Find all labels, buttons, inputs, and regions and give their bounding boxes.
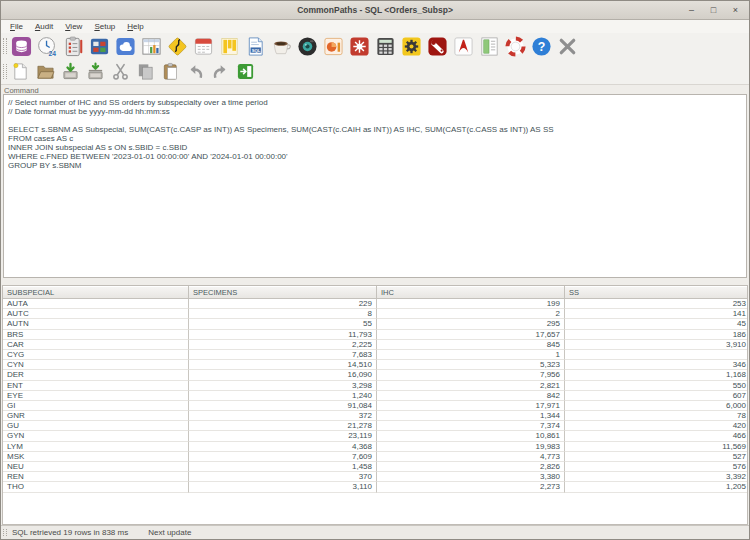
sql-line: WHERE c.FNED BETWEEN '2023-01-01 00:00:0… [8, 152, 742, 161]
wrench-icon[interactable] [426, 35, 448, 57]
cell-subspecial: MSK [3, 452, 189, 462]
cell-value: 607 [565, 391, 748, 401]
toolbar-grip[interactable] [3, 64, 7, 79]
cell-value: 527 [565, 452, 748, 462]
redo-icon[interactable] [210, 61, 231, 82]
cell-subspecial: DER [3, 370, 189, 380]
coffee-icon[interactable] [270, 35, 292, 57]
menu-audit[interactable]: Audit [29, 21, 59, 32]
cut-icon[interactable] [110, 61, 131, 82]
chart-icon[interactable] [322, 35, 344, 57]
cell-value: 17,971 [377, 401, 565, 411]
statusbar: SQL retrieved 19 rows in 838 ms Next upd… [1, 525, 749, 539]
lifebuoy-icon[interactable] [504, 35, 526, 57]
table-row[interactable]: ENT3,2982,821550 [3, 381, 747, 391]
new-document-icon[interactable] [10, 61, 31, 82]
paste-icon[interactable] [160, 61, 181, 82]
window-controls: – □ × [685, 1, 742, 19]
table-row[interactable]: AUTA229199253 [3, 299, 747, 309]
road-sign-icon[interactable] [166, 35, 188, 57]
close-button[interactable]: × [729, 1, 742, 20]
pdf-icon[interactable] [452, 35, 474, 57]
table-row[interactable]: CAR2,2258453,910 [3, 340, 747, 350]
calendar-icon[interactable] [192, 35, 214, 57]
column-header-specimens[interactable]: SPECIMENS [189, 286, 377, 299]
undo-icon[interactable] [185, 61, 206, 82]
svg-text:SQL: SQL [251, 47, 260, 52]
table-row[interactable]: NEU1,4582,826576 [3, 462, 747, 472]
cell-value: 21,278 [189, 421, 377, 431]
table-row[interactable]: CYN14,5105,323346 [3, 360, 747, 370]
modules-icon[interactable] [88, 35, 110, 57]
bug-icon[interactable] [348, 35, 370, 57]
table-row[interactable]: BRS11,79317,657186 [3, 330, 747, 340]
cell-value: 141 [565, 309, 748, 319]
database-icon[interactable] [10, 35, 32, 57]
gear-icon[interactable] [400, 35, 422, 57]
table-row[interactable]: MSK7,6094,773527 [3, 452, 747, 462]
menu-setup[interactable]: Setup [88, 21, 121, 32]
cell-value: 2,225 [189, 340, 377, 350]
table-row[interactable]: LYM4,36819,98311,569 [3, 442, 747, 452]
cell-subspecial: THO [3, 482, 189, 492]
menu-view[interactable]: View [59, 21, 88, 32]
cell-value: 3,380 [377, 472, 565, 482]
table-chart-icon[interactable] [140, 35, 162, 57]
cell-value: 845 [377, 340, 565, 350]
cell-subspecial: NEU [3, 462, 189, 472]
camera-icon[interactable] [296, 35, 318, 57]
cell-value: 370 [189, 472, 377, 482]
table-row[interactable]: GI91,08417,9716,000 [3, 401, 747, 411]
table-row[interactable]: GYN23,11910,861466 [3, 431, 747, 441]
svg-text:?: ? [537, 40, 545, 54]
cell-value: 17,657 [377, 330, 565, 340]
cell-value: 576 [565, 462, 748, 472]
cell-value: 1 [377, 350, 565, 360]
report-icon[interactable] [478, 35, 500, 57]
exit-icon[interactable] [235, 61, 256, 82]
cell-value: 420 [565, 421, 748, 431]
results-grid: SUBSPECIALSPECIMENSIHCSS AUTA229199253AU… [2, 285, 748, 525]
column-header-subspecial[interactable]: SUBSPECIAL [3, 286, 189, 299]
table-row[interactable]: CYG7,6831 [3, 350, 747, 360]
cell-subspecial: CYG [3, 350, 189, 360]
table-row[interactable]: DER16,0907,9561,168 [3, 370, 747, 380]
command-editor[interactable]: // Select number of IHC and SS orders by… [3, 94, 747, 278]
sql-file-icon[interactable]: SQL [244, 35, 266, 57]
cell-subspecial: LYM [3, 442, 189, 452]
cloud-icon[interactable] [114, 35, 136, 57]
calculator-icon[interactable] [374, 35, 396, 57]
cell-value: 8 [189, 309, 377, 319]
copy-icon[interactable] [135, 61, 156, 82]
clock-24-icon[interactable]: 24 [36, 35, 58, 57]
table-row[interactable]: AUTN5529545 [3, 319, 747, 329]
table-row[interactable]: REN3703,3803,392 [3, 472, 747, 482]
column-header-ihc[interactable]: IHC [377, 286, 565, 299]
cell-value: 3,110 [189, 482, 377, 492]
menu-help[interactable]: Help [121, 21, 149, 32]
menu-file[interactable]: File [4, 21, 29, 32]
save-as-icon[interactable] [85, 61, 106, 82]
cell-subspecial: CYN [3, 360, 189, 370]
checklist-icon[interactable] [62, 35, 84, 57]
cell-value: 229 [189, 299, 377, 309]
help-icon[interactable]: ? [530, 35, 552, 57]
cell-value: 6,000 [565, 401, 748, 411]
table-row[interactable]: AUTC82141 [3, 309, 747, 319]
toolbar-grip[interactable] [3, 38, 7, 54]
column-header-ss[interactable]: SS [565, 286, 748, 299]
minimize-button[interactable]: – [685, 1, 698, 20]
kanban-icon[interactable] [218, 35, 240, 57]
table-row[interactable]: EYE1,240842607 [3, 391, 747, 401]
cell-value: 11,793 [189, 330, 377, 340]
close-icon[interactable] [556, 35, 578, 57]
titlebar[interactable]: CommonPaths - SQL <Orders_Subsp> – □ × [1, 1, 749, 20]
sql-line [8, 116, 742, 125]
table-row[interactable]: THO3,1102,2731,205 [3, 482, 747, 492]
maximize-button[interactable]: □ [707, 1, 720, 20]
save-icon[interactable] [60, 61, 81, 82]
open-icon[interactable] [35, 61, 56, 82]
table-row[interactable]: GNR3721,34478 [3, 411, 747, 421]
status-next-update: Next update [148, 528, 191, 537]
table-row[interactable]: GU21,2787,374420 [3, 421, 747, 431]
